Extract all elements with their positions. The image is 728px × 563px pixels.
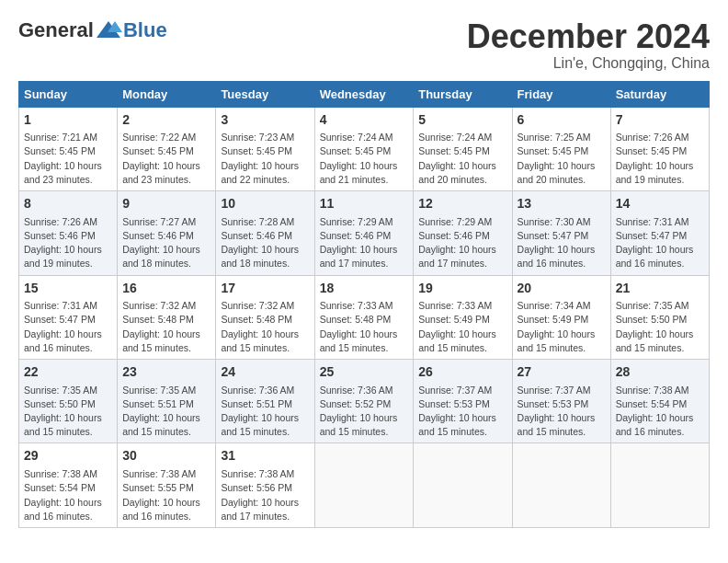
day-number: 11 [320,195,409,213]
title-block: December 2024 Lin'e, Chongqing, China [467,18,710,72]
day-number: 3 [221,111,309,130]
calendar-cell: 11Sunrise: 7:29 AM Sunset: 5:46 PM Dayli… [314,191,414,275]
calendar-cell: 3Sunrise: 7:23 AM Sunset: 5:45 PM Daylig… [216,107,314,190]
day-number: 2 [122,111,210,130]
day-number: 1 [24,111,112,130]
day-number: 5 [418,111,506,130]
calendar-cell: 27Sunrise: 7:37 AM Sunset: 5:53 PM Dayli… [512,360,610,443]
day-info: Sunrise: 7:33 AM Sunset: 5:48 PM Dayligh… [320,299,409,355]
day-number: 23 [122,363,210,382]
day-number: 21 [616,280,704,298]
day-number: 20 [518,280,606,298]
day-info: Sunrise: 7:36 AM Sunset: 5:52 PM Dayligh… [320,384,409,440]
day-number: 25 [320,363,409,382]
day-info: Sunrise: 7:32 AM Sunset: 5:48 PM Dayligh… [221,299,309,355]
calendar-week-row: 1Sunrise: 7:21 AM Sunset: 5:45 PM Daylig… [19,107,710,190]
calendar-cell: 21Sunrise: 7:35 AM Sunset: 5:50 PM Dayli… [610,275,709,359]
day-number: 26 [418,363,506,382]
calendar-header-tuesday: Tuesday [216,81,314,107]
calendar-header-friday: Friday [512,81,610,107]
day-number: 30 [122,447,210,465]
calendar-cell: 4Sunrise: 7:24 AM Sunset: 5:45 PM Daylig… [314,107,414,190]
calendar-header-thursday: Thursday [414,81,512,107]
calendar-cell [314,443,414,527]
calendar-cell: 25Sunrise: 7:36 AM Sunset: 5:52 PM Dayli… [314,360,414,443]
calendar-cell: 6Sunrise: 7:25 AM Sunset: 5:45 PM Daylig… [512,107,610,190]
day-info: Sunrise: 7:35 AM Sunset: 5:50 PM Dayligh… [24,384,112,440]
day-number: 27 [518,363,606,382]
day-info: Sunrise: 7:35 AM Sunset: 5:50 PM Dayligh… [616,299,704,355]
calendar-cell: 5Sunrise: 7:24 AM Sunset: 5:45 PM Daylig… [414,107,512,190]
day-info: Sunrise: 7:30 AM Sunset: 5:47 PM Dayligh… [518,215,606,271]
day-info: Sunrise: 7:31 AM Sunset: 5:47 PM Dayligh… [24,299,112,355]
calendar-cell: 22Sunrise: 7:35 AM Sunset: 5:50 PM Dayli… [19,360,118,443]
logo: General Blue [18,18,167,42]
day-number: 16 [122,280,210,298]
calendar-cell: 17Sunrise: 7:32 AM Sunset: 5:48 PM Dayli… [216,275,314,359]
calendar-cell: 28Sunrise: 7:38 AM Sunset: 5:54 PM Dayli… [610,360,709,443]
calendar-header-monday: Monday [118,81,216,107]
day-info: Sunrise: 7:29 AM Sunset: 5:46 PM Dayligh… [320,215,409,271]
calendar-cell: 24Sunrise: 7:36 AM Sunset: 5:51 PM Dayli… [216,360,314,443]
calendar-cell [512,443,610,527]
calendar-cell: 18Sunrise: 7:33 AM Sunset: 5:48 PM Dayli… [314,275,414,359]
day-info: Sunrise: 7:26 AM Sunset: 5:46 PM Dayligh… [24,215,112,271]
calendar-cell: 23Sunrise: 7:35 AM Sunset: 5:51 PM Dayli… [118,360,216,443]
day-number: 19 [418,280,506,298]
day-number: 13 [518,195,606,213]
day-number: 6 [518,111,606,130]
day-info: Sunrise: 7:22 AM Sunset: 5:45 PM Dayligh… [122,131,210,187]
calendar-cell: 14Sunrise: 7:31 AM Sunset: 5:47 PM Dayli… [610,191,709,275]
calendar-cell [610,443,709,527]
day-number: 7 [616,111,704,130]
calendar-cell: 30Sunrise: 7:38 AM Sunset: 5:55 PM Dayli… [118,443,216,527]
day-info: Sunrise: 7:28 AM Sunset: 5:46 PM Dayligh… [221,215,309,271]
day-number: 8 [24,195,112,213]
calendar-week-row: 8Sunrise: 7:26 AM Sunset: 5:46 PM Daylig… [19,191,710,275]
day-number: 29 [24,447,112,465]
calendar-cell: 16Sunrise: 7:32 AM Sunset: 5:48 PM Dayli… [118,275,216,359]
day-info: Sunrise: 7:38 AM Sunset: 5:56 PM Dayligh… [221,467,309,523]
logo-blue-text: Blue [123,18,167,42]
calendar-header-sunday: Sunday [19,81,118,107]
calendar-cell: 7Sunrise: 7:26 AM Sunset: 5:45 PM Daylig… [610,107,709,190]
calendar-header-row: SundayMondayTuesdayWednesdayThursdayFrid… [19,81,710,107]
month-title: December 2024 [467,18,710,55]
calendar-cell: 10Sunrise: 7:28 AM Sunset: 5:46 PM Dayli… [216,191,314,275]
calendar-cell: 2Sunrise: 7:22 AM Sunset: 5:45 PM Daylig… [118,107,216,190]
calendar-cell: 29Sunrise: 7:38 AM Sunset: 5:54 PM Dayli… [19,443,118,527]
calendar-cell: 13Sunrise: 7:30 AM Sunset: 5:47 PM Dayli… [512,191,610,275]
day-number: 9 [122,195,210,213]
day-info: Sunrise: 7:27 AM Sunset: 5:46 PM Dayligh… [122,215,210,271]
day-info: Sunrise: 7:37 AM Sunset: 5:53 PM Dayligh… [518,384,606,440]
logo-icon [95,19,122,41]
day-number: 12 [418,195,506,213]
day-info: Sunrise: 7:26 AM Sunset: 5:45 PM Dayligh… [616,131,704,187]
day-info: Sunrise: 7:24 AM Sunset: 5:45 PM Dayligh… [320,131,409,187]
calendar-cell: 1Sunrise: 7:21 AM Sunset: 5:45 PM Daylig… [19,107,118,190]
day-number: 18 [320,280,409,298]
day-number: 14 [616,195,704,213]
calendar-cell: 15Sunrise: 7:31 AM Sunset: 5:47 PM Dayli… [19,275,118,359]
calendar-cell: 31Sunrise: 7:38 AM Sunset: 5:56 PM Dayli… [216,443,314,527]
calendar-cell: 20Sunrise: 7:34 AM Sunset: 5:49 PM Dayli… [512,275,610,359]
day-info: Sunrise: 7:33 AM Sunset: 5:49 PM Dayligh… [418,299,506,355]
day-info: Sunrise: 7:36 AM Sunset: 5:51 PM Dayligh… [221,384,309,440]
day-info: Sunrise: 7:29 AM Sunset: 5:46 PM Dayligh… [418,215,506,271]
day-info: Sunrise: 7:38 AM Sunset: 5:54 PM Dayligh… [24,467,112,523]
day-info: Sunrise: 7:32 AM Sunset: 5:48 PM Dayligh… [122,299,210,355]
calendar-cell [414,443,512,527]
calendar-cell: 9Sunrise: 7:27 AM Sunset: 5:46 PM Daylig… [118,191,216,275]
day-info: Sunrise: 7:37 AM Sunset: 5:53 PM Dayligh… [418,384,506,440]
day-info: Sunrise: 7:34 AM Sunset: 5:49 PM Dayligh… [518,299,606,355]
calendar-header-saturday: Saturday [610,81,709,107]
day-info: Sunrise: 7:21 AM Sunset: 5:45 PM Dayligh… [24,131,112,187]
day-number: 10 [221,195,309,213]
day-info: Sunrise: 7:38 AM Sunset: 5:54 PM Dayligh… [616,384,704,440]
day-info: Sunrise: 7:23 AM Sunset: 5:45 PM Dayligh… [221,131,309,187]
location-title: Lin'e, Chongqing, China [467,55,710,72]
day-number: 4 [320,111,409,130]
calendar-week-row: 22Sunrise: 7:35 AM Sunset: 5:50 PM Dayli… [19,360,710,443]
day-info: Sunrise: 7:35 AM Sunset: 5:51 PM Dayligh… [122,384,210,440]
day-number: 24 [221,363,309,382]
